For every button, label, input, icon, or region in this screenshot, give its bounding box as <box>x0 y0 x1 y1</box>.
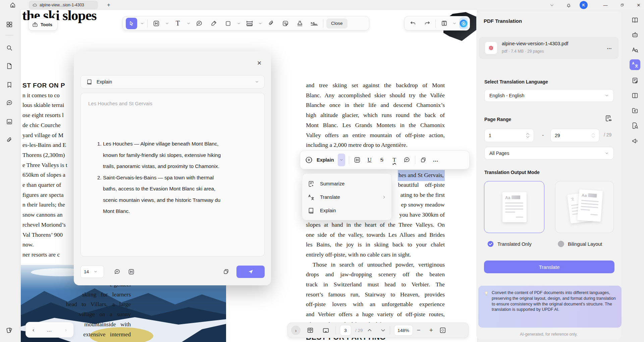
sticker-tool-button[interactable] <box>280 18 291 29</box>
avatar[interactable]: K <box>580 1 588 9</box>
redo-icon[interactable] <box>421 18 433 29</box>
window-close-button[interactable]: ✕ <box>635 1 643 9</box>
zoom-in-icon[interactable]: + <box>429 327 433 334</box>
pdf-text-line: high altitude glacier, which runs round … <box>306 110 445 120</box>
radio-bilingual-layout[interactable]: Bilingual Layout <box>557 240 602 247</box>
menu-item-summarize[interactable]: Summarize <box>302 177 391 190</box>
page-to-input[interactable]: 29 <box>550 129 599 142</box>
presentation-mode-icon[interactable] <box>320 325 331 336</box>
stamp-tool-button[interactable] <box>294 18 306 29</box>
select-tool-button[interactable] <box>126 18 137 29</box>
expand-bar-icon[interactable]: › <box>291 326 301 335</box>
comment-tool-button[interactable] <box>194 18 205 29</box>
page-organize-icon[interactable] <box>6 118 13 125</box>
bookmark-icon[interactable] <box>6 81 13 89</box>
two-page-view-icon[interactable] <box>305 325 316 336</box>
previous-page-icon[interactable] <box>367 328 372 333</box>
selection-ai-action-label[interactable]: Explain <box>317 157 334 163</box>
pdf-text-line: e Three Valleys is t <box>22 160 67 170</box>
zoom-level-input[interactable]: 148% <box>394 325 413 336</box>
mode-card-translated[interactable]: Aa <box>484 181 544 233</box>
undo-icon[interactable] <box>407 18 419 29</box>
copy-icon[interactable] <box>419 156 428 164</box>
menu-item-translate[interactable]: Translate <box>302 190 391 204</box>
pages-scope-dropdown[interactable]: All Pages <box>484 147 614 160</box>
highlight-format-icon[interactable] <box>353 156 362 164</box>
underline-icon[interactable]: U <box>365 156 374 164</box>
page-thumbnails-icon[interactable] <box>6 62 13 70</box>
page-layout-icon[interactable] <box>630 90 640 101</box>
page-range-transfer-icon[interactable] <box>604 115 612 123</box>
page-number-input[interactable]: 3 <box>340 325 351 336</box>
new-tab-button[interactable]: + <box>105 1 113 9</box>
page-to-stepper[interactable] <box>591 133 595 138</box>
fit-screen-icon[interactable] <box>437 325 448 336</box>
window-restore-button[interactable] <box>618 1 626 9</box>
close-button[interactable]: Close <box>326 18 347 28</box>
pager-prev-icon[interactable]: ‹ <box>33 327 34 333</box>
next-page-icon[interactable] <box>380 328 386 333</box>
shape-tool-chevron-icon[interactable] <box>237 21 241 25</box>
reader-book-icon[interactable] <box>630 15 640 25</box>
send-button[interactable] <box>236 266 265 278</box>
attach-tool-button[interactable] <box>265 18 277 29</box>
highlight-tool-button[interactable] <box>151 18 162 29</box>
form-fill-icon[interactable] <box>630 75 640 86</box>
search-icon[interactable] <box>6 44 13 52</box>
radio-translated-only[interactable]: Translated Only <box>487 240 532 247</box>
menu-item-explain[interactable]: Explain <box>302 204 391 217</box>
ai-assistant-button[interactable] <box>459 17 468 30</box>
more-icon[interactable]: … <box>431 156 440 164</box>
bell-icon[interactable] <box>565 1 573 9</box>
save-chevron-icon[interactable] <box>452 21 457 25</box>
app-grid-icon[interactable] <box>6 21 13 28</box>
file-card[interactable]: alpine-view-version-1-4303.pdf pdf · 7.4… <box>479 37 619 59</box>
signature-tool-button[interactable] <box>309 18 320 29</box>
announcement-icon[interactable] <box>630 135 640 146</box>
squiggly-underline-icon[interactable]: T <box>390 156 399 164</box>
language-dropdown[interactable]: English - English <box>484 89 614 102</box>
highlight-tool-chevron-icon[interactable] <box>165 21 169 25</box>
chevron-down-icon[interactable] <box>548 1 556 9</box>
theme-palette-icon[interactable] <box>6 326 13 333</box>
copy-icon[interactable] <box>220 266 232 277</box>
pager-next-icon[interactable]: › <box>65 327 67 333</box>
text-recognition-icon[interactable] <box>630 45 640 55</box>
text-tool-chevron-icon[interactable] <box>186 21 191 25</box>
select-tool-chevron-icon[interactable] <box>140 21 144 25</box>
selection-ai-chevron[interactable] <box>338 154 345 166</box>
pdf-translation-icon[interactable] <box>630 59 640 70</box>
ai-chat-bot-icon[interactable] <box>630 30 640 40</box>
save-icon[interactable] <box>438 18 450 29</box>
ai-response-area[interactable]: Les Houches and St Gervais Les Houches —… <box>80 93 265 256</box>
add-highlight-icon[interactable] <box>125 266 137 277</box>
translate-button[interactable]: Translate <box>484 261 614 273</box>
pen-tool-button[interactable] <box>208 18 219 29</box>
page-from-stepper[interactable] <box>526 133 530 138</box>
pager-more-icon[interactable]: … <box>47 327 53 333</box>
toolbar-divider <box>147 19 148 27</box>
modal-close-icon[interactable]: ✕ <box>255 59 264 67</box>
document-search-icon[interactable] <box>630 120 640 131</box>
measure-tool-chevron-icon[interactable] <box>258 21 262 25</box>
shape-tool-button[interactable] <box>222 18 234 29</box>
window-minimize-button[interactable]: — <box>601 1 609 9</box>
add-comment-icon[interactable] <box>111 266 123 277</box>
ai-mode-dropdown[interactable]: Explain <box>80 75 265 89</box>
file-more-icon[interactable]: … <box>607 44 612 50</box>
strikethrough-icon[interactable]: S <box>378 156 386 164</box>
page-total-label: / 29 <box>355 328 363 333</box>
zoom-out-icon[interactable]: − <box>417 327 421 334</box>
attachment-icon[interactable] <box>6 136 13 144</box>
tools-button[interactable]: Tools <box>28 18 58 31</box>
font-size-dropdown[interactable]: 14 <box>80 266 104 278</box>
text-tool-button[interactable]: T <box>172 18 183 29</box>
document-tab[interactable]: alpine-view...sion-1-4303 <box>29 1 98 9</box>
comment-icon[interactable] <box>402 156 411 164</box>
measure-tool-button[interactable] <box>244 18 255 29</box>
mode-card-bilingual[interactable]: Aa <box>555 181 614 233</box>
page-from-input[interactable]: 1 <box>484 129 534 142</box>
home-icon[interactable] <box>9 1 16 9</box>
comments-icon[interactable] <box>6 99 13 107</box>
export-folder-icon[interactable] <box>630 105 640 116</box>
